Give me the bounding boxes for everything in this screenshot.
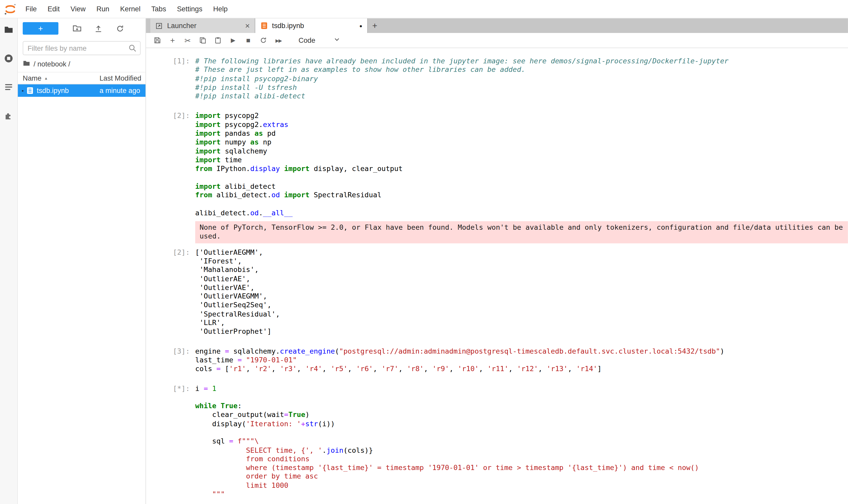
execution-count: [2]:: [146, 112, 195, 218]
unsaved-indicator: ●: [360, 23, 362, 28]
left-sidebar: [0, 18, 18, 504]
tab-notebook[interactable]: tsdb.ipynb ●: [255, 18, 368, 33]
launcher-icon: [155, 22, 164, 30]
notebook-panel[interactable]: [1]:# The following libraries have alrea…: [146, 48, 848, 504]
menu-run[interactable]: Run: [91, 0, 114, 18]
new-launcher-button[interactable]: +: [23, 22, 58, 35]
code-cell: [3]:engine = sqlalchemy.create_engine("p…: [146, 347, 848, 374]
code-editor[interactable]: i = 1 while True: clear_output(wait=True…: [195, 384, 848, 504]
file-name: tsdb.ipynb: [37, 87, 100, 94]
code-editor[interactable]: engine = sqlalchemy.create_engine("postg…: [195, 347, 848, 374]
menu-file[interactable]: File: [20, 0, 42, 18]
new-folder-icon[interactable]: [66, 22, 88, 35]
save-icon[interactable]: [154, 35, 161, 46]
paste-cells-icon[interactable]: [214, 35, 222, 46]
interrupt-kernel-icon[interactable]: ■: [245, 35, 252, 46]
sort-ascending-icon: ▲: [44, 76, 48, 80]
execution-count: [*]:: [146, 384, 195, 504]
jupyterlab-window: File Edit View Run Kernel Tabs Settings …: [0, 0, 848, 504]
menu-tabs[interactable]: Tabs: [146, 0, 172, 18]
file-browser: + / notebo: [18, 18, 146, 504]
execution-count: [3]:: [146, 347, 195, 374]
file-filter: [23, 41, 141, 55]
cell-type-dropdown[interactable]: Code: [296, 34, 343, 46]
unsaved-file-dot: ●: [21, 89, 25, 92]
column-name[interactable]: Name ▲: [18, 74, 100, 83]
code-cell: [2]:import psycopg2import psycopg2.extra…: [146, 112, 848, 218]
cell-type-value: Code: [299, 36, 315, 44]
code-cell: [*]:i = 1 while True: clear_output(wait=…: [146, 384, 848, 504]
stderr-output: None of PyTorch, TensorFlow >= 2.0, or F…: [195, 221, 848, 243]
add-cell-icon[interactable]: +: [169, 35, 176, 46]
upload-icon[interactable]: [88, 22, 109, 35]
menu-edit[interactable]: Edit: [42, 0, 65, 18]
code-editor[interactable]: # The following libraries have already b…: [195, 57, 848, 101]
breadcrumb-path: / notebook /: [34, 60, 70, 68]
restart-kernel-icon[interactable]: [259, 35, 267, 46]
cut-cells-icon[interactable]: ✂: [184, 35, 191, 46]
tab-label: tsdb.ipynb: [272, 22, 304, 30]
menu-view[interactable]: View: [65, 0, 91, 18]
code-editor[interactable]: import psycopg2import psycopg2.extrasimp…: [195, 112, 848, 218]
chevron-down-icon: [333, 36, 341, 45]
tab-label: Launcher: [167, 22, 197, 30]
tab-launcher[interactable]: Launcher ×: [150, 18, 255, 33]
main-tab-bar: Launcher × tsdb.ipynb ● +: [146, 18, 848, 33]
menu-help[interactable]: Help: [208, 0, 233, 18]
extensions-icon[interactable]: [3, 110, 14, 121]
new-tab-button[interactable]: +: [368, 18, 382, 33]
menu-bar: File Edit View Run Kernel Tabs Settings …: [0, 0, 848, 18]
notebook-icon: [260, 22, 268, 30]
execution-count: [1]:: [146, 57, 195, 101]
running-kernels-icon[interactable]: [3, 53, 14, 64]
close-tab-icon[interactable]: ×: [245, 22, 250, 30]
refresh-icon[interactable]: [109, 22, 131, 35]
code-cell: [1]:# The following libraries have alrea…: [146, 57, 848, 101]
notebook-toolbar: + ✂ ▶ ■ ▶▶ Code: [146, 33, 848, 48]
table-of-contents-icon[interactable]: [3, 82, 14, 92]
filter-files-input[interactable]: [23, 41, 141, 55]
cell-list: [1]:# The following libraries have alrea…: [146, 48, 848, 504]
run-cell-icon[interactable]: ▶: [229, 35, 237, 46]
menu-kernel[interactable]: Kernel: [115, 0, 146, 18]
execution-count: [2]:: [146, 248, 195, 336]
file-list-header: Name ▲ Last Modified: [18, 72, 145, 84]
search-icon: [128, 44, 137, 54]
notebook-file-icon: [26, 86, 35, 95]
column-last-modified[interactable]: Last Modified: [100, 74, 145, 83]
file-browser-toolbar: +: [18, 18, 145, 35]
menu-settings[interactable]: Settings: [172, 0, 208, 18]
folder-icon: [23, 59, 30, 69]
breadcrumb[interactable]: / notebook /: [18, 55, 145, 72]
output-text: ['OutlierAEGMM', 'IForest', 'Mahalanobis…: [195, 248, 848, 336]
file-modified: a minute ago: [100, 87, 145, 94]
file-browser-icon[interactable]: [3, 24, 14, 35]
output-area: [2]:['OutlierAEGMM', 'IForest', 'Mahalan…: [146, 248, 848, 336]
jupyter-logo-icon: [4, 2, 17, 15]
restart-run-all-icon[interactable]: ▶▶: [275, 35, 282, 46]
file-row[interactable]: ● tsdb.ipynb a minute ago: [18, 85, 145, 97]
copy-cells-icon[interactable]: [199, 35, 206, 46]
